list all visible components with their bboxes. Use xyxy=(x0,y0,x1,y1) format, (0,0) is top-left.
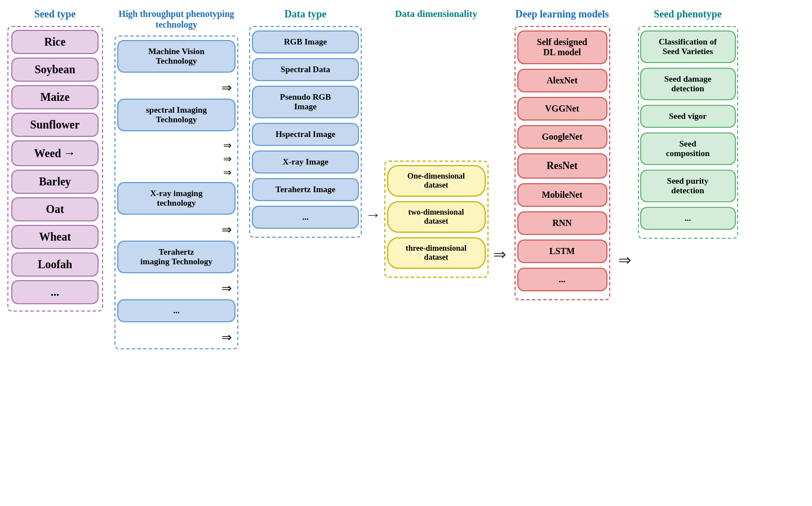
seed-phenotype-column: Seed phenotype Classification ofSeed Var… xyxy=(636,8,740,239)
dt-spectral: Spectral Data xyxy=(252,58,359,81)
htp-terahertz: Terahertzimaging Technology xyxy=(117,241,236,273)
data-dim-border: One-dimensionaldataset two-dimensionalda… xyxy=(384,161,489,278)
htp-xray-arrow: ⇒ xyxy=(221,223,232,237)
htp-mv: Machine VisionTechnology xyxy=(117,40,236,73)
htp-more-arrow: ⇒ xyxy=(221,330,232,345)
seed-maize: Maize xyxy=(11,85,99,109)
dt-more: ... xyxy=(252,206,359,229)
seed-soybean: Soybean xyxy=(11,57,99,82)
dl-to-ph-arrow: ⇒ xyxy=(618,251,631,269)
ph-more: ... xyxy=(640,207,736,230)
seed-type-border: Rice Soybean Maize Sunflower Weed → Barl… xyxy=(7,26,103,312)
dim-to-dl-arrow: ⇒ xyxy=(493,245,506,264)
seed-barley: Barley xyxy=(11,170,99,194)
htp-mv-arrow: ⇒ xyxy=(221,81,232,95)
dim-to-dl-arrow-container: ⇒ xyxy=(490,8,509,264)
diagram: Seed type Rice Soybean Maize Sunflower W… xyxy=(0,0,812,506)
htp-column: High throughput phenotypingtechnology Ma… xyxy=(109,8,244,349)
dl-resnet: ResNet xyxy=(517,153,607,179)
seed-phenotype-border: Classification ofSeed Varieties Seed dam… xyxy=(638,26,738,239)
dt-pseudo-rgb: Psenudo RGBImage xyxy=(252,86,359,118)
dim-1d: One-dimensionaldataset xyxy=(387,165,486,197)
dt-terahertz: Terahertz Image xyxy=(252,178,359,201)
dim-2d: two-dimensionaldataset xyxy=(387,201,486,233)
seed-wheat: Wheat xyxy=(11,225,99,249)
dim-3d: three-dimensionaldataset xyxy=(387,237,486,269)
dl-models-column: Deep learning models Self designedDL mod… xyxy=(510,8,614,300)
data-type-header: Data type xyxy=(285,8,327,20)
dl-mobilenet: MobileNet xyxy=(517,183,607,207)
dl-alexnet: AlexNet xyxy=(517,69,607,92)
dl-self-designed: Self designedDL model xyxy=(517,30,607,64)
htp-si-arrow3: ⇒ xyxy=(223,166,232,179)
seed-rice: Rice xyxy=(11,30,99,54)
dl-rnn: RNN xyxy=(517,211,607,235)
dt-to-dim-arrow-container: → xyxy=(365,8,381,224)
htp-si-arrow1: ⇒ xyxy=(223,139,232,152)
seed-weed: Weed → xyxy=(11,140,99,166)
seed-more: ... xyxy=(11,280,99,304)
ph-vigor: Seed vigor xyxy=(640,105,736,128)
htp-spectral-imaging: spectral ImagingTechnology xyxy=(117,99,236,131)
seed-phenotype-header: Seed phenotype xyxy=(654,8,722,20)
dl-more: ... xyxy=(517,268,607,291)
seed-sunflower: Sunflower xyxy=(11,113,99,137)
dt-hspectral: Hspectral Image xyxy=(252,123,359,146)
data-type-border: RGB Image Spectral Data Psenudo RGBImage… xyxy=(249,26,362,238)
dl-vggnet: VGGNet xyxy=(517,97,607,121)
data-type-column: Data type RGB Image Spectral Data Psenud… xyxy=(246,8,365,238)
seed-type-header: Seed type xyxy=(34,8,76,20)
dt-rgb: RGB Image xyxy=(252,30,359,54)
seed-loofah: Loofah xyxy=(11,252,99,277)
dt-xray: X-ray Image xyxy=(252,150,359,174)
ph-purity: Seed puritydetection xyxy=(640,170,736,202)
dl-models-header: Deep learning models xyxy=(516,8,609,20)
ph-classification: Classification ofSeed Varieties xyxy=(640,30,736,63)
htp-si-arrow2: ⇒ xyxy=(223,153,232,165)
htp-more: ... xyxy=(117,299,236,322)
dl-lstm: LSTM xyxy=(517,239,607,263)
seed-type-column: Seed type Rice Soybean Maize Sunflower W… xyxy=(6,8,104,312)
dt-to-dim-arrow: → xyxy=(365,206,381,224)
data-dim-header: Data dimensionality xyxy=(395,8,477,20)
data-dim-column: Data dimensionality One-dimensionaldatas… xyxy=(383,8,490,278)
htp-tz-arrow: ⇒ xyxy=(221,281,232,296)
ph-composition: Seedcomposition xyxy=(640,132,736,165)
seed-oat: Oat xyxy=(11,197,99,221)
htp-header: High throughput phenotypingtechnology xyxy=(118,8,234,30)
htp-border: Machine VisionTechnology ⇒ spectral Imag… xyxy=(114,35,238,349)
dl-to-ph-arrow-container: ⇒ xyxy=(614,8,634,269)
htp-xray: X-ray imagingtechnology xyxy=(117,182,236,215)
dl-googlenet: GoogleNet xyxy=(517,125,607,149)
ph-damage: Seed damagedetection xyxy=(640,68,736,100)
dl-models-border: Self designedDL model AlexNet VGGNet Goo… xyxy=(514,26,610,300)
